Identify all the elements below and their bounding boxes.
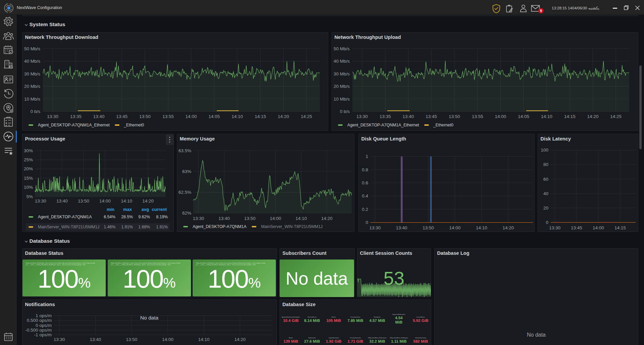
svg-text:40: 40 bbox=[543, 191, 548, 196]
svg-text:28.5%: 28.5% bbox=[121, 215, 133, 219]
svg-text:min: min bbox=[107, 207, 114, 212]
svg-text:14:00: 14:00 bbox=[593, 225, 604, 230]
svg-text:20 Mb/s: 20 Mb/s bbox=[24, 84, 40, 89]
svg-text:14:00: 14:00 bbox=[449, 225, 461, 230]
svg-text:1.91%: 1.91% bbox=[156, 225, 168, 229]
svg-text:14:00: 14:00 bbox=[270, 216, 281, 221]
svg-text:13:55: 13:55 bbox=[472, 114, 483, 119]
svg-text:13:40: 13:40 bbox=[403, 114, 414, 119]
svg-text:13:35: 13:35 bbox=[70, 114, 82, 119]
svg-text:13:30: 13:30 bbox=[369, 225, 381, 230]
svg-text:14:20: 14:20 bbox=[234, 337, 246, 342]
svg-text:13:40: 13:40 bbox=[396, 225, 407, 230]
svg-text:0.6: 0.6 bbox=[362, 180, 368, 185]
svg-text:1 ops/m: 1 ops/m bbox=[36, 313, 52, 318]
svg-text:14:10: 14:10 bbox=[541, 114, 552, 119]
svg-text:13:30: 13:30 bbox=[47, 114, 58, 119]
svg-text:13:40: 13:40 bbox=[93, 114, 105, 119]
svg-text:14:00: 14:00 bbox=[186, 114, 197, 119]
svg-text:13:40: 13:40 bbox=[218, 216, 230, 221]
svg-text:20: 20 bbox=[543, 206, 548, 211]
svg-text:13:40: 13:40 bbox=[56, 198, 68, 204]
svg-text:current: current bbox=[152, 207, 167, 212]
svg-text:No data: No data bbox=[140, 315, 159, 321]
svg-text:0.500 ops/m: 0.500 ops/m bbox=[27, 318, 52, 323]
svg-text:14:10: 14:10 bbox=[198, 337, 210, 342]
svg-text:13:50: 13:50 bbox=[449, 114, 460, 119]
svg-text:13:45: 13:45 bbox=[571, 225, 582, 230]
svg-text:14:10: 14:10 bbox=[296, 216, 307, 221]
svg-text:6.54%: 6.54% bbox=[104, 215, 115, 219]
svg-text:13:45: 13:45 bbox=[116, 114, 128, 119]
svg-text:14:20: 14:20 bbox=[278, 114, 289, 119]
svg-text:20%: 20% bbox=[24, 166, 33, 171]
svg-text:avg: avg bbox=[142, 207, 149, 212]
svg-text:13:45: 13:45 bbox=[426, 114, 437, 119]
svg-text:14:15: 14:15 bbox=[564, 114, 576, 119]
svg-text:30 Mb/s: 30 Mb/s bbox=[334, 71, 350, 76]
svg-text:Agent_DESKTOP-A7QNM1A: Agent_DESKTOP-A7QNM1A bbox=[38, 215, 92, 219]
svg-text:14:10: 14:10 bbox=[121, 198, 132, 204]
svg-text:62.5%: 62.5% bbox=[179, 190, 191, 195]
svg-text:-0.500 ops/m: -0.500 ops/m bbox=[25, 328, 52, 333]
svg-text:13:35: 13:35 bbox=[380, 114, 391, 119]
svg-text:0.8: 0.8 bbox=[362, 167, 368, 172]
svg-text:0 b/s: 0 b/s bbox=[340, 109, 350, 114]
svg-text:60: 60 bbox=[543, 177, 548, 182]
svg-text:Agent_DESKTOP-A7QNM1A: Agent_DESKTOP-A7QNM1A bbox=[193, 224, 247, 229]
svg-text:1.68%: 1.68% bbox=[138, 225, 150, 229]
svg-text:14:25: 14:25 bbox=[610, 114, 622, 119]
svg-text:0.4: 0.4 bbox=[362, 193, 368, 198]
svg-text:15%: 15% bbox=[24, 176, 33, 181]
svg-text:13:30: 13:30 bbox=[193, 216, 204, 221]
svg-text:30 Mb/s: 30 Mb/s bbox=[24, 71, 40, 76]
svg-text:80: 80 bbox=[543, 162, 548, 167]
svg-text:-1 ops/m: -1 ops/m bbox=[34, 332, 52, 337]
svg-text:1: 1 bbox=[365, 154, 368, 159]
svg-text:50 Mb/s: 50 Mb/s bbox=[334, 46, 350, 51]
svg-text:MainServer_WIN-T8P21U5MM1J: MainServer_WIN-T8P21U5MM1J bbox=[38, 225, 99, 229]
svg-text:50 Mb/s: 50 Mb/s bbox=[24, 46, 40, 51]
svg-text:13:50: 13:50 bbox=[126, 337, 137, 342]
svg-text:63.5%: 63.5% bbox=[179, 148, 191, 153]
svg-text:1.91%: 1.91% bbox=[121, 225, 133, 229]
svg-text:13:50: 13:50 bbox=[139, 114, 151, 119]
svg-text:0 ops/m: 0 ops/m bbox=[36, 323, 52, 328]
svg-text:13:50: 13:50 bbox=[78, 198, 89, 204]
svg-text:14:10: 14:10 bbox=[476, 225, 487, 230]
svg-text:0: 0 bbox=[365, 220, 368, 225]
svg-text:40 Mb/s: 40 Mb/s bbox=[24, 59, 40, 64]
svg-text:13:50: 13:50 bbox=[423, 225, 434, 230]
svg-text:14:15: 14:15 bbox=[614, 225, 626, 230]
svg-text:25%: 25% bbox=[24, 157, 33, 162]
svg-text:14:20: 14:20 bbox=[502, 225, 514, 230]
svg-text:14:05: 14:05 bbox=[518, 114, 529, 119]
svg-text:13:30: 13:30 bbox=[356, 114, 368, 119]
svg-text:13:30: 13:30 bbox=[35, 198, 46, 204]
svg-text:13:30: 13:30 bbox=[549, 225, 560, 230]
svg-text:30%: 30% bbox=[24, 148, 33, 153]
svg-text:8.19%: 8.19% bbox=[156, 215, 168, 219]
svg-text:13:55: 13:55 bbox=[162, 114, 174, 119]
svg-text:13:50: 13:50 bbox=[244, 216, 256, 221]
svg-text:14:20: 14:20 bbox=[142, 198, 154, 204]
svg-text:63%: 63% bbox=[182, 169, 191, 174]
svg-text:14:15: 14:15 bbox=[255, 114, 266, 119]
svg-text:14:10: 14:10 bbox=[232, 114, 243, 119]
svg-text:20 Mb/s: 20 Mb/s bbox=[334, 84, 350, 89]
svg-text:10 Mb/s: 10 Mb/s bbox=[334, 97, 350, 102]
svg-text:10%: 10% bbox=[24, 185, 33, 190]
svg-text:5%: 5% bbox=[26, 194, 33, 199]
svg-text:14:00: 14:00 bbox=[99, 198, 111, 204]
svg-text:0 b/s: 0 b/s bbox=[31, 109, 41, 114]
svg-text:100: 100 bbox=[541, 148, 548, 153]
svg-text:62%: 62% bbox=[182, 211, 191, 216]
svg-text:1.46%: 1.46% bbox=[104, 225, 115, 229]
svg-text:0.2: 0.2 bbox=[362, 207, 368, 212]
svg-text:14:05: 14:05 bbox=[208, 114, 220, 119]
svg-text:14:25: 14:25 bbox=[301, 114, 312, 119]
svg-text:13:40: 13:40 bbox=[90, 337, 101, 342]
svg-text:14:20: 14:20 bbox=[321, 216, 333, 221]
svg-text:40 Mb/s: 40 Mb/s bbox=[334, 59, 350, 64]
svg-text:0: 0 bbox=[546, 220, 548, 225]
